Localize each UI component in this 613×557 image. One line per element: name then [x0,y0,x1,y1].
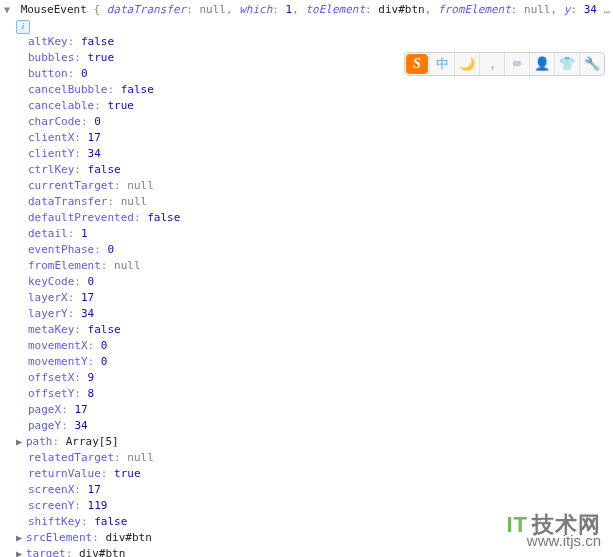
property-row: clientY: 34 [4,146,613,162]
property-value: div#btn [79,547,125,557]
property-value: 119 [88,499,108,512]
keyboard-icon[interactable]: ⌨ [505,53,530,75]
expand-arrow-icon[interactable] [4,2,14,18]
person-icon[interactable]: 👤 [530,53,555,75]
property-value: false [121,83,154,96]
property-value: 0 [94,115,101,128]
property-name: screenY [28,499,74,512]
property-row: altKey: false [4,34,613,50]
property-value: false [88,323,121,336]
property-value: 34 [88,147,101,160]
property-row: layerX: 17 [4,290,613,306]
property-name: shiftKey [28,515,81,528]
class-name: MouseEvent [21,3,87,16]
property-name: currentTarget [28,179,114,192]
property-row: screenY: 119 [4,498,613,514]
wrench-icon[interactable]: 🔧 [580,53,604,75]
property-name: pageX [28,403,61,416]
ime-toolbar: S中🌙，⌨👤👕🔧 [404,52,605,76]
property-row: cancelBubble: false [4,82,613,98]
property-row: offsetX: 9 [4,370,613,386]
property-row: pageX: 17 [4,402,613,418]
property-name: offsetY [28,387,74,400]
property-row: detail: 1 [4,226,613,242]
property-value: 34 [74,419,87,432]
sogou-icon[interactable]: S [405,53,430,75]
property-list: altKey: falsebubbles: truebutton: 0cance… [4,34,613,557]
property-row: eventPhase: 0 [4,242,613,258]
property-row[interactable]: srcElement: div#btn [4,530,613,546]
property-name: bubbles [28,51,74,64]
property-name: charCode [28,115,81,128]
property-row: clientX: 17 [4,130,613,146]
info-icon[interactable]: i [16,20,30,34]
cn-char-icon[interactable]: 中 [430,53,455,75]
property-row: offsetY: 8 [4,386,613,402]
property-name: clientX [28,131,74,144]
property-row[interactable]: target: div#btn [4,546,613,557]
property-name: pageY [28,419,61,432]
property-name: fromElement [28,259,101,272]
property-value: null [114,259,141,272]
property-row: fromElement: null [4,258,613,274]
property-value: 34 [81,307,94,320]
property-name: keyCode [28,275,74,288]
property-name: relatedTarget [28,451,114,464]
property-value: 17 [74,403,87,416]
property-value: 0 [81,67,88,80]
property-name: detail [28,227,68,240]
property-name: clientY [28,147,74,160]
property-value: 0 [101,355,108,368]
property-name: cancelBubble [28,83,107,96]
expand-arrow-icon[interactable] [16,434,26,450]
property-name: eventPhase [28,243,94,256]
property-value: false [81,35,114,48]
property-row: shiftKey: false [4,514,613,530]
property-row: pageY: 34 [4,418,613,434]
property-value: 17 [81,291,94,304]
moon-icon[interactable]: 🌙 [455,53,480,75]
property-value: 17 [88,131,101,144]
property-row: movementY: 0 [4,354,613,370]
property-row: keyCode: 0 [4,274,613,290]
property-value: null [127,179,154,192]
property-name: layerX [28,291,68,304]
property-row: returnValue: true [4,466,613,482]
property-row: dataTransfer: null [4,194,613,210]
property-name: defaultPrevented [28,211,134,224]
property-name: offsetX [28,371,74,384]
punctuation-icon[interactable]: ， [480,53,505,75]
property-row: screenX: 17 [4,482,613,498]
property-value: Array[5] [66,435,119,448]
header-summary: dataTransfer: null, which: 1, toElement:… [107,3,597,16]
property-value: false [94,515,127,528]
property-row: relatedTarget: null [4,450,613,466]
property-name: movementY [28,355,88,368]
property-value: true [114,467,141,480]
property-name: target [26,547,66,557]
property-row: metaKey: false [4,322,613,338]
property-row: layerY: 34 [4,306,613,322]
property-value: 8 [88,387,95,400]
property-name: path [26,435,53,448]
console-panel: MouseEvent { dataTransfer: null, which: … [0,0,613,557]
expand-arrow-icon[interactable] [16,546,26,557]
property-row: defaultPrevented: false [4,210,613,226]
property-row[interactable]: path: Array[5] [4,434,613,450]
property-name: dataTransfer [28,195,107,208]
property-name: screenX [28,483,74,496]
property-name: returnValue [28,467,101,480]
tree-root-row[interactable]: MouseEvent { dataTransfer: null, which: … [4,2,613,18]
property-value: false [88,163,121,176]
property-value: false [147,211,180,224]
property-row: currentTarget: null [4,178,613,194]
expand-arrow-icon[interactable] [16,530,26,546]
property-value: true [107,99,134,112]
property-name: altKey [28,35,68,48]
property-value: 9 [88,371,95,384]
property-value: null [121,195,148,208]
property-value: 0 [107,243,114,256]
object-tree: MouseEvent { dataTransfer: null, which: … [0,0,613,557]
shirt-icon[interactable]: 👕 [555,53,580,75]
property-value: 0 [88,275,95,288]
